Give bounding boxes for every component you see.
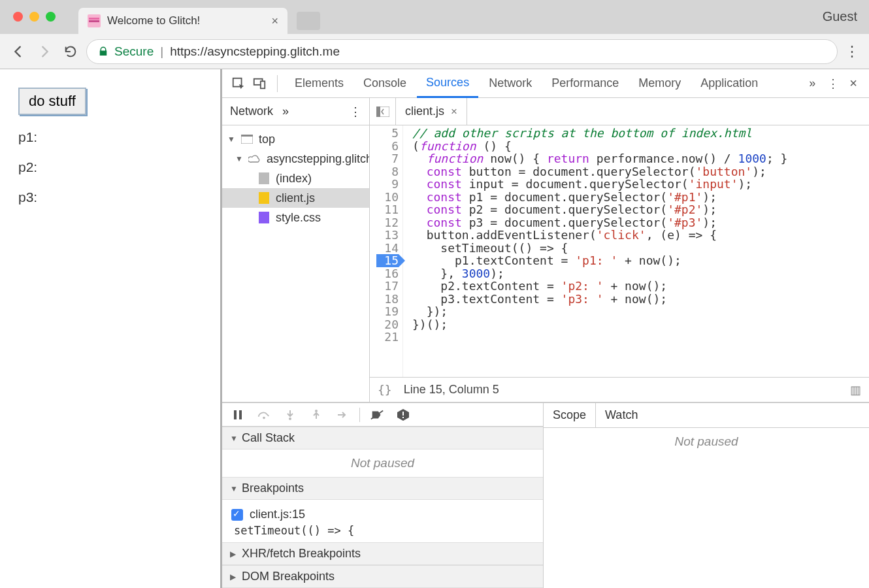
minimize-window-icon[interactable] <box>29 12 39 22</box>
gutter-line[interactable]: 8 <box>376 165 399 178</box>
file-style-css[interactable]: style.css <box>222 208 369 227</box>
scope-tab[interactable]: Scope <box>544 403 596 427</box>
gutter-line[interactable]: 19 <box>376 305 399 318</box>
gutter-line[interactable]: 20 <box>376 318 399 331</box>
page-viewport: do stuff p1: p2: p3: <box>0 69 222 588</box>
devtools-tab-elements[interactable]: Elements <box>286 70 353 97</box>
devtools-close-icon[interactable]: × <box>844 76 862 91</box>
debugger-toolbar <box>222 403 543 427</box>
step-out-icon[interactable] <box>307 406 325 424</box>
gutter-line[interactable]: 21 <box>376 331 399 344</box>
pause-exceptions-icon[interactable] <box>394 406 412 424</box>
watch-tab[interactable]: Watch <box>596 403 647 427</box>
step-into-icon[interactable] <box>281 406 299 424</box>
gutter-line[interactable]: 14 <box>376 242 399 255</box>
svg-rect-7 <box>241 135 253 137</box>
pause-icon[interactable] <box>229 406 247 424</box>
svg-rect-10 <box>259 212 269 223</box>
gutter-line[interactable]: 9 <box>376 178 399 191</box>
callstack-body: Not paused <box>222 449 543 477</box>
devtools-tab-application[interactable]: Application <box>691 70 767 97</box>
device-toolbar-icon[interactable] <box>250 74 269 93</box>
code-area[interactable]: 56789101112131415161718192021 // add oth… <box>370 125 869 377</box>
source-editor: client.js × 5678910111213141516171819202… <box>370 98 869 402</box>
gutter-line[interactable]: 5 <box>376 127 399 140</box>
step-icon[interactable] <box>333 406 352 424</box>
do-stuff-button[interactable]: do stuff <box>18 88 86 115</box>
gutter-line[interactable]: 15 <box>376 254 399 267</box>
close-window-icon[interactable] <box>13 12 23 22</box>
maximize-window-icon[interactable] <box>46 12 56 22</box>
editor-options-icon[interactable]: ▥ <box>850 383 861 397</box>
devtools-panel: ElementsConsoleSourcesNetworkPerformance… <box>222 69 869 588</box>
gutter-line[interactable]: 11 <box>376 203 399 216</box>
gutter-line[interactable]: 12 <box>376 216 399 229</box>
devtools-tab-console[interactable]: Console <box>354 70 416 97</box>
reload-button[interactable] <box>60 41 81 62</box>
close-editor-tab-icon[interactable]: × <box>451 105 457 118</box>
new-tab-button[interactable] <box>297 12 320 30</box>
more-tabs-icon[interactable]: » <box>802 74 822 93</box>
editor-tab-label: client.js <box>405 105 444 118</box>
code-line[interactable]: p3.textContent = 'p3: ' + now(); <box>412 293 787 306</box>
svg-rect-12 <box>376 106 380 117</box>
toggle-navigator-icon[interactable] <box>370 98 396 125</box>
code-line[interactable]: const button = document.querySelector('b… <box>412 165 787 178</box>
inspect-element-icon[interactable] <box>229 74 248 93</box>
gutter-line[interactable]: 10 <box>376 191 399 204</box>
code-line[interactable]: const p1 = document.querySelector('#p1')… <box>412 191 787 204</box>
code-line[interactable]: function now() { return performance.now(… <box>412 152 787 165</box>
p3-label: p3: <box>18 189 202 205</box>
editor-tab[interactable]: client.js × <box>396 98 467 125</box>
code-line[interactable]: setTimeout(() => { <box>412 242 787 255</box>
breakpoints-header[interactable]: ▼Breakpoints <box>222 477 543 500</box>
profile-label[interactable]: Guest <box>823 9 857 24</box>
file-client-js[interactable]: client.js <box>222 188 369 208</box>
xhr-bp-header[interactable]: ▶XHR/fetch Breakpoints <box>222 542 543 565</box>
callstack-header[interactable]: ▼Call Stack <box>222 427 543 449</box>
breakpoint-checkbox[interactable] <box>231 509 243 521</box>
devtools-tab-performance[interactable]: Performance <box>542 70 628 97</box>
code-line[interactable]: })(); <box>412 318 787 331</box>
back-button[interactable] <box>8 41 29 62</box>
close-tab-icon[interactable]: × <box>271 14 278 28</box>
code-line[interactable]: p1.textContent = 'p1: ' + now(); <box>412 254 787 267</box>
pretty-print-icon[interactable]: {} <box>378 383 392 397</box>
code-line[interactable]: p2.textContent = 'p2: ' + now(); <box>412 280 787 293</box>
gutter-line[interactable]: 16 <box>376 267 399 280</box>
tree-domain[interactable]: ▼ asyncstepping.glitch.me <box>222 149 369 169</box>
browser-tab[interactable]: Welcome to Glitch! × <box>78 8 287 34</box>
navigator-more-icon[interactable]: » <box>282 105 289 118</box>
tree-root[interactable]: ▼ top <box>222 129 369 149</box>
gutter-line[interactable]: 6 <box>376 140 399 153</box>
svg-rect-2 <box>89 20 99 22</box>
navigator-tab[interactable]: Network <box>230 105 273 118</box>
address-bar[interactable]: Secure | https://asyncstepping.glitch.me <box>86 39 838 64</box>
browser-menu-icon[interactable]: ⋮ <box>843 43 861 60</box>
gutter-line[interactable]: 18 <box>376 293 399 306</box>
svg-rect-5 <box>261 81 265 88</box>
dom-bp-header[interactable]: ▶DOM Breakpoints <box>222 565 543 588</box>
navigator-menu-icon[interactable]: ⋮ <box>350 105 361 119</box>
gutter-line[interactable]: 17 <box>376 280 399 293</box>
code-line[interactable]: const p3 = document.querySelector('#p3')… <box>412 216 787 229</box>
step-over-icon[interactable] <box>255 406 273 424</box>
browser-toolbar: Secure | https://asyncstepping.glitch.me… <box>0 34 869 69</box>
devtools-tab-memory[interactable]: Memory <box>629 70 690 97</box>
file--index-[interactable]: (index) <box>222 169 369 188</box>
devtools-menu-icon[interactable]: ⋮ <box>823 74 843 93</box>
code-line[interactable]: button.addEventListener('click', (e) => … <box>412 229 787 242</box>
code-line[interactable]: // add other scripts at the bottom of in… <box>412 127 787 140</box>
code-line[interactable]: }); <box>412 305 787 318</box>
code-line[interactable]: }, 3000); <box>412 267 787 280</box>
devtools-tab-sources[interactable]: Sources <box>417 69 478 98</box>
code-line[interactable]: (function () { <box>412 140 787 153</box>
forward-button[interactable] <box>34 41 55 62</box>
breakpoint-item[interactable]: client.js:15 <box>231 508 534 521</box>
gutter-line[interactable]: 13 <box>376 229 399 242</box>
deactivate-bp-icon[interactable] <box>368 406 386 424</box>
code-line[interactable]: const input = document.querySelector('in… <box>412 178 787 191</box>
devtools-tab-network[interactable]: Network <box>480 70 541 97</box>
code-line[interactable]: const p2 = document.querySelector('#p2')… <box>412 203 787 216</box>
gutter-line[interactable]: 7 <box>376 152 399 165</box>
